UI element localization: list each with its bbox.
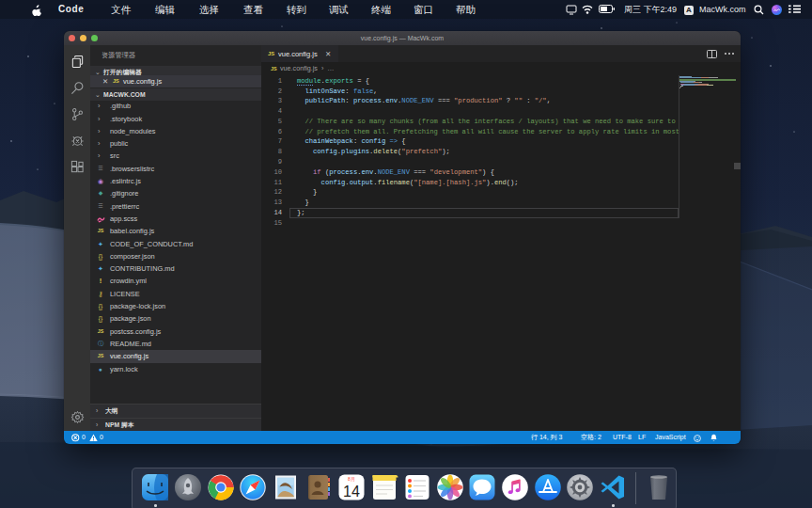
svg-text:14: 14 [343, 484, 360, 500]
svg-text:8月: 8月 [348, 476, 355, 483]
